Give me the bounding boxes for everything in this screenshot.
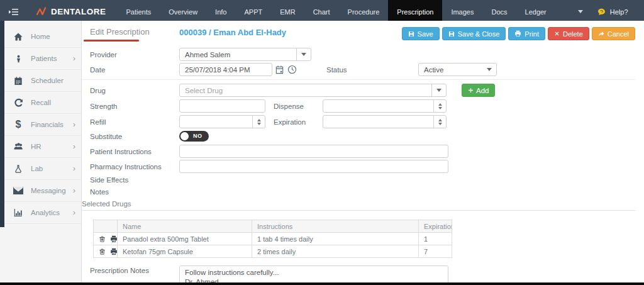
strength-input[interactable] bbox=[179, 99, 265, 113]
tab-prescription[interactable]: Prescription bbox=[388, 0, 442, 21]
help-menu[interactable]: Help? bbox=[589, 0, 636, 21]
sidebar-item-patients[interactable]: Patients bbox=[4, 48, 81, 70]
date-input[interactable]: 25/07/2018 4:04 PM bbox=[179, 63, 272, 76]
drug-expiration-cell: 1 bbox=[419, 233, 452, 245]
sidebar-item-recall[interactable]: Recall bbox=[4, 92, 81, 114]
drug-name-cell: Ketofan 75gm Capsule bbox=[118, 245, 252, 258]
provider-dropdown-button[interactable] bbox=[296, 48, 311, 60]
tab-chart[interactable]: Chart bbox=[304, 0, 339, 21]
undo-arrow-icon bbox=[598, 31, 604, 37]
save-close-button[interactable]: Save & Close bbox=[442, 27, 506, 40]
toggle-knob bbox=[180, 132, 189, 140]
sidebar-item-label: Patients bbox=[31, 55, 57, 62]
table-row: Panadol extra 500mg Tablet 1 tab 4 times… bbox=[94, 233, 452, 245]
brand-name: DENTALORE bbox=[51, 7, 106, 16]
expiration-input[interactable] bbox=[323, 115, 447, 128]
tab-appt[interactable]: APPT bbox=[235, 0, 271, 21]
sidebar-item-messaging[interactable]: Messaging bbox=[4, 180, 81, 202]
tab-ledger[interactable]: Ledger bbox=[516, 0, 555, 21]
drug-expiration-cell: 7 bbox=[419, 245, 452, 258]
side-effects-label: Side Effects bbox=[90, 176, 179, 184]
provider-select[interactable]: Ahmed Salem bbox=[179, 48, 311, 61]
tab-overview[interactable]: Overview bbox=[160, 0, 206, 21]
sidebar-collapse-icon[interactable] bbox=[9, 3, 19, 21]
plus-icon bbox=[468, 87, 474, 93]
sidebar-item-label: Lab bbox=[31, 165, 43, 172]
sidebar: Home Patients Scheduler Recall $ Financi… bbox=[0, 21, 82, 282]
home-icon bbox=[13, 32, 24, 42]
top-nav: DENTALORE Patients Overview Info APPT EM… bbox=[0, 0, 644, 21]
clock-icon[interactable] bbox=[287, 65, 297, 74]
tab-images[interactable]: Images bbox=[442, 0, 482, 21]
spinner-control[interactable] bbox=[433, 100, 446, 112]
refill-input[interactable] bbox=[179, 115, 265, 128]
substitute-toggle[interactable]: NO bbox=[179, 131, 209, 142]
delete-drug-icon[interactable] bbox=[99, 248, 106, 255]
more-tabs-caret[interactable] bbox=[572, 0, 589, 21]
pharmacy-instructions-input[interactable] bbox=[179, 160, 448, 173]
chevron-down-icon bbox=[578, 10, 583, 13]
divider bbox=[82, 79, 635, 80]
status-label: Status bbox=[326, 66, 372, 74]
tab-docs[interactable]: Docs bbox=[482, 0, 516, 21]
tab-patients[interactable]: Patients bbox=[118, 0, 160, 21]
bar-chart-icon bbox=[13, 208, 24, 217]
sidebar-item-lab[interactable]: Lab bbox=[4, 158, 81, 180]
action-buttons: Save Save & Close Print Delete Cancel bbox=[402, 27, 635, 40]
print-drug-icon[interactable] bbox=[110, 235, 118, 243]
patient-instructions-input[interactable] bbox=[179, 145, 448, 158]
patient-link[interactable]: 000039 / Eman Abd El-Hady bbox=[179, 28, 286, 37]
delete-drug-icon[interactable] bbox=[99, 235, 106, 243]
status-select[interactable]: Active bbox=[418, 63, 497, 76]
calendar-icon[interactable] bbox=[275, 65, 284, 74]
period-selector[interactable]: OCtober bbox=[636, 0, 644, 21]
tab-procedure[interactable]: Procedure bbox=[339, 0, 389, 21]
print-button[interactable]: Print bbox=[508, 27, 545, 40]
spinner-control[interactable] bbox=[252, 116, 265, 128]
top-right-group: Help? OCtober System Administrator bbox=[589, 0, 644, 21]
drug-instructions-cell: 1 tab 4 times daily bbox=[252, 233, 419, 245]
status-value: Active bbox=[419, 66, 482, 74]
prescription-notes-textarea[interactable]: Follow instructions carefully... Dr. Ahm… bbox=[179, 265, 448, 282]
dispense-input[interactable] bbox=[323, 99, 447, 113]
spinner-control[interactable] bbox=[433, 116, 446, 128]
save-floppy-icon bbox=[448, 31, 455, 37]
divider bbox=[82, 210, 635, 211]
drug-placeholder: Select Drug bbox=[180, 87, 431, 94]
help-chat-icon bbox=[597, 8, 606, 16]
notes-label: Notes bbox=[90, 188, 179, 196]
tab-info[interactable]: Info bbox=[206, 0, 235, 21]
date-value: 25/07/2018 4:04 PM bbox=[180, 66, 272, 74]
substitute-label: Substitute bbox=[90, 133, 179, 140]
save-button[interactable]: Save bbox=[402, 27, 440, 40]
bottom-black-strip bbox=[0, 282, 644, 285]
pharmacy-instructions-label: Pharmacy Instructions bbox=[90, 163, 179, 170]
sidebar-item-scheduler[interactable]: Scheduler bbox=[4, 70, 81, 92]
drug-select[interactable]: Select Drug bbox=[179, 84, 447, 97]
cancel-button[interactable]: Cancel bbox=[592, 27, 635, 40]
title-underline bbox=[84, 40, 139, 42]
cancel-label: Cancel bbox=[608, 30, 629, 38]
toggle-value: NO bbox=[193, 133, 203, 139]
envelope-icon bbox=[13, 187, 24, 194]
status-dropdown-button[interactable] bbox=[482, 64, 496, 75]
sidebar-item-home[interactable]: Home bbox=[4, 26, 81, 48]
name-column-header: Name bbox=[118, 220, 252, 233]
drug-dropdown-button[interactable] bbox=[431, 84, 446, 96]
patient-instructions-label: Patient Instructions bbox=[90, 148, 179, 155]
save-floppy-icon bbox=[408, 31, 414, 37]
tab-emr[interactable]: EMR bbox=[271, 0, 304, 21]
app-logo[interactable]: DENTALORE bbox=[36, 3, 106, 21]
sidebar-mini-strip bbox=[0, 21, 4, 227]
sidebar-item-label: Scheduler bbox=[31, 77, 64, 84]
add-drug-button[interactable]: Add bbox=[462, 84, 495, 97]
sidebar-item-analytics[interactable]: Analytics bbox=[4, 202, 81, 224]
edit-prescription-panel: Edit Prescription 000039 / Eman Abd El-H… bbox=[82, 21, 644, 282]
sidebar-item-hr[interactable]: HR bbox=[4, 136, 81, 158]
top-tabs: Patients Overview Info APPT EMR Chart Pr… bbox=[118, 0, 555, 21]
sidebar-item-label: Home bbox=[31, 33, 50, 40]
sidebar-item-financials[interactable]: $ Financials bbox=[4, 114, 81, 136]
print-drug-icon[interactable] bbox=[110, 248, 118, 255]
chevron-down-icon bbox=[301, 53, 306, 56]
delete-button[interactable]: Delete bbox=[548, 27, 589, 40]
